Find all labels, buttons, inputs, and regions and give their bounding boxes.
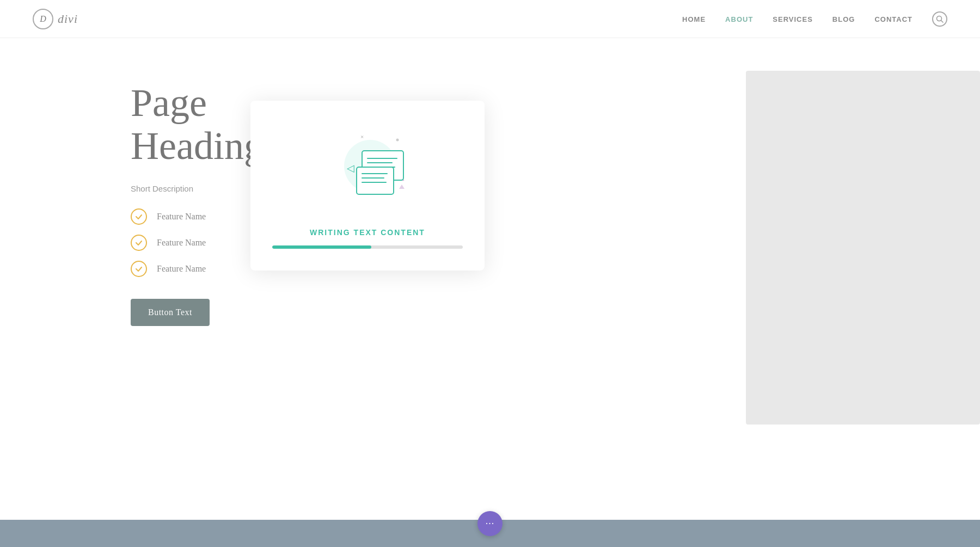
feature-label-2: Feature Name — [157, 238, 206, 248]
svg-text:×: × — [360, 133, 364, 140]
logo-link[interactable]: D divi — [33, 9, 78, 29]
floating-action-button[interactable]: ··· — [477, 511, 503, 536]
progress-bar — [272, 245, 463, 249]
feature-item-2: Feature Name — [131, 235, 264, 251]
svg-point-3 — [396, 139, 399, 142]
search-button[interactable] — [932, 11, 947, 27]
nav-menu: HOME ABOUT SERVICES BLOG CONTACT — [682, 11, 947, 27]
navbar: D divi HOME ABOUT SERVICES BLOG CONTACT — [0, 0, 980, 38]
feature-item-1: Feature Name — [131, 208, 264, 225]
check-icon-3 — [131, 261, 147, 277]
illustration: × ◁ — [313, 128, 422, 215]
hero-cta-button[interactable]: Button Text — [131, 299, 210, 326]
search-icon — [936, 15, 944, 23]
svg-marker-6 — [399, 185, 405, 189]
feature-label-1: Feature Name — [157, 212, 206, 222]
feature-label-3: Feature Name — [157, 264, 206, 274]
hero-description: Short Description — [131, 184, 264, 193]
check-icon-2 — [131, 235, 147, 251]
feature-list: Feature Name Feature Name Feature Name — [131, 208, 264, 277]
nav-contact[interactable]: CONTACT — [874, 15, 912, 23]
svg-text:◁: ◁ — [347, 163, 354, 174]
gray-background-block — [746, 71, 980, 425]
logo-icon: D — [33, 9, 53, 29]
nav-services[interactable]: SERVICES — [773, 15, 813, 23]
progress-fill — [272, 245, 371, 249]
nav-blog[interactable]: BLOG — [832, 15, 855, 23]
svg-rect-15 — [357, 167, 394, 194]
nav-about[interactable]: ABOUT — [725, 15, 753, 23]
svg-line-1 — [941, 20, 944, 22]
check-icon-1 — [131, 208, 147, 225]
logo-name: divi — [58, 12, 78, 26]
hero-section: Page Heading Short Description Feature N… — [0, 38, 980, 547]
feature-item-3: Feature Name — [131, 261, 264, 277]
hero-content: Page Heading Short Description Feature N… — [131, 82, 264, 326]
dots-icon: ··· — [486, 518, 495, 530]
nav-home[interactable]: HOME — [682, 15, 706, 23]
page-heading: Page Heading — [131, 82, 264, 168]
modal-card: × ◁ — [250, 101, 485, 271]
writing-text-label: WRITING TEXT CONTENT — [272, 228, 463, 237]
